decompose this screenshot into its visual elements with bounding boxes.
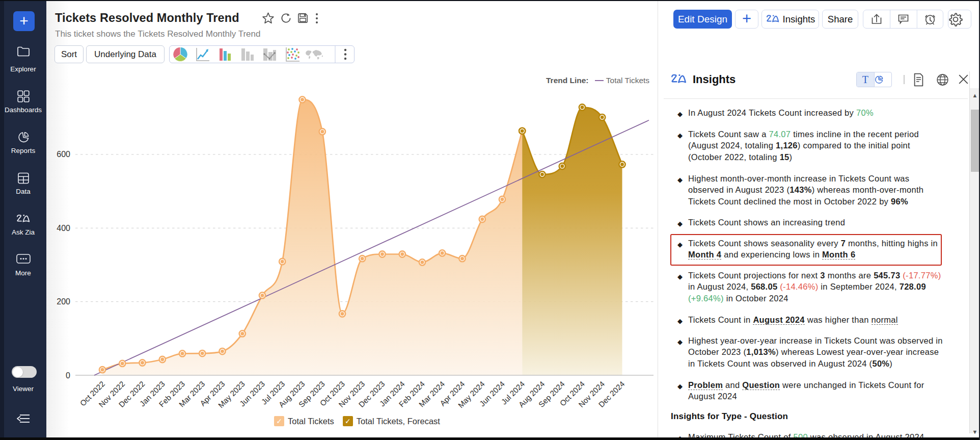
svg-text:600: 600 (57, 150, 70, 159)
svg-text:200: 200 (57, 297, 70, 306)
svg-text:400: 400 (57, 224, 70, 232)
svg-text:0: 0 (66, 371, 70, 380)
